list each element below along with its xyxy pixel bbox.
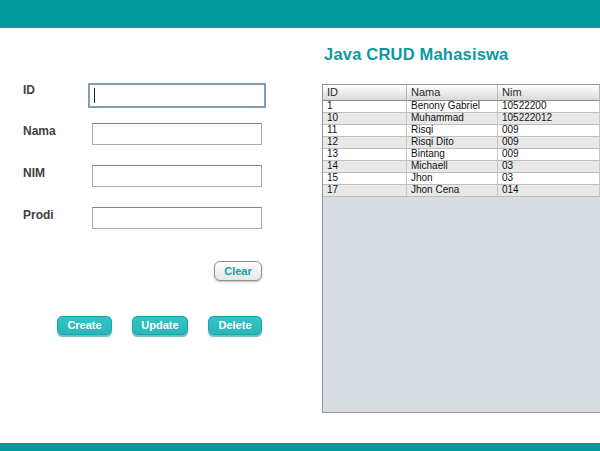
table-rows: 1Benony Gabriel1052220010Muhammad1052220… [323,101,600,197]
nim-label: NIM [23,166,45,180]
table-row[interactable]: 14Michaell03 [323,161,600,173]
table-cell[interactable]: 009 [498,137,600,149]
delete-button[interactable]: Delete [208,316,262,335]
table-cell[interactable]: 03 [498,173,600,185]
table-cell[interactable]: 15 [323,173,407,185]
table-cell[interactable]: Benony Gabriel [407,101,498,113]
table-cell[interactable]: 009 [498,149,600,161]
table-cell[interactable]: 105222012 [498,113,600,125]
nama-label: Nama [23,124,56,138]
table-cell[interactable]: 1 [323,101,407,113]
table-header-id[interactable]: ID [323,85,407,101]
table-cell[interactable]: Muhammad [407,113,498,125]
prodi-input[interactable] [92,207,262,229]
table-cell[interactable]: Jhon [407,173,498,185]
table-cell[interactable]: 10522200 [498,101,600,113]
table-cell[interactable]: 12 [323,137,407,149]
table-cell[interactable]: 14 [323,161,407,173]
table-header-nama[interactable]: Nama [407,85,498,101]
update-button[interactable]: Update [132,316,188,335]
prodi-label: Prodi [23,208,54,222]
nim-input[interactable] [92,165,262,187]
clear-button[interactable]: Clear [214,261,262,281]
table-row[interactable]: 1Benony Gabriel10522200 [323,101,600,113]
id-label: ID [23,83,35,97]
create-button[interactable]: Create [57,316,112,335]
mahasiswa-table[interactable]: ID Nama Nim 1Benony Gabriel1052220010Muh… [322,84,600,413]
table-cell[interactable]: Risqi Dito [407,137,498,149]
nama-input[interactable] [92,123,262,145]
table-header: ID Nama Nim [323,85,600,101]
footer-bar [0,443,600,451]
id-input[interactable] [88,83,266,108]
text-caret [94,88,95,103]
table-cell[interactable]: Jhon Cena [407,185,498,197]
table-cell[interactable]: 03 [498,161,600,173]
table-cell[interactable]: 014 [498,185,600,197]
table-row[interactable]: 17Jhon Cena014 [323,185,600,197]
table-cell[interactable]: 009 [498,125,600,137]
table-cell[interactable]: Risqi [407,125,498,137]
table-cell[interactable]: 10 [323,113,407,125]
header-bar [0,0,600,28]
table-row[interactable]: 11Risqi009 [323,125,600,137]
table-cell[interactable]: 11 [323,125,407,137]
table-cell[interactable]: 17 [323,185,407,197]
table-row[interactable]: 15Jhon03 [323,173,600,185]
table-cell[interactable]: Michaell [407,161,498,173]
table-cell[interactable]: 13 [323,149,407,161]
page-title: Java CRUD Mahasiswa [324,45,508,64]
table-row[interactable]: 12Risqi Dito009 [323,137,600,149]
table-cell[interactable]: Bintang [407,149,498,161]
table-header-nim[interactable]: Nim [498,85,600,101]
table-row[interactable]: 10Muhammad105222012 [323,113,600,125]
table-row[interactable]: 13Bintang009 [323,149,600,161]
